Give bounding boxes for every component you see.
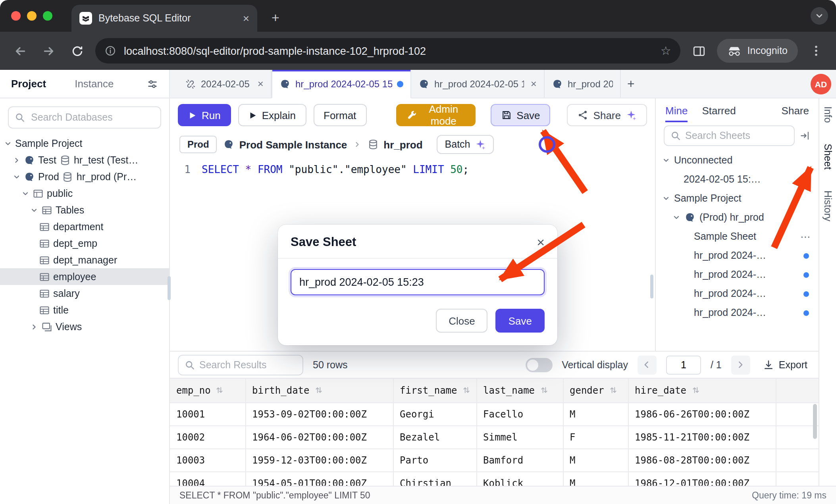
table-cell: 10002 xyxy=(170,425,245,448)
sheet-search-input[interactable] xyxy=(664,125,795,146)
column-header[interactable]: emp_no xyxy=(170,379,245,402)
collapse-panel-icon[interactable] xyxy=(799,130,811,141)
tree-item[interactable]: title xyxy=(0,302,169,318)
column-header[interactable]: first_name xyxy=(393,379,476,402)
sheet-tab-share[interactable]: Share xyxy=(782,98,809,122)
sheet-name-input[interactable] xyxy=(291,269,545,295)
side-tab-sheet[interactable]: Sheet xyxy=(822,144,833,169)
editor-tab[interactable]: hr_prod 2024-0 xyxy=(545,70,621,98)
window-zoom-button[interactable] xyxy=(43,11,52,21)
bookmark-star-icon[interactable]: ☆ xyxy=(657,44,674,58)
table-row[interactable]: 100031959-12-03T00:00:00ZPartoBamfordM19… xyxy=(170,448,819,471)
sheet-item[interactable]: Sample Project xyxy=(656,189,819,208)
side-tab-info[interactable]: Info xyxy=(822,106,833,123)
database-icon xyxy=(62,171,73,182)
dialog-close-button[interactable]: Close xyxy=(436,309,488,333)
reload-icon[interactable] xyxy=(67,40,87,61)
environment-chip[interactable]: Prod xyxy=(179,136,217,153)
row-count: 50 rows xyxy=(313,359,348,370)
explain-button[interactable]: Explain xyxy=(238,104,306,126)
instance-crumb[interactable]: Prod Sample Instance xyxy=(223,139,347,150)
sheet-item[interactable]: (Prod) hr_prod xyxy=(656,208,819,227)
app-header: ProjectInstance 2024-02-05 15:22×hr_prod… xyxy=(0,70,836,98)
sheet-item-label: hr_prod 2024-… xyxy=(694,250,766,261)
prev-page-button[interactable] xyxy=(638,355,657,374)
format-button[interactable]: Format xyxy=(313,104,366,126)
sheet-item[interactable]: Sample Sheet⋯ xyxy=(656,227,819,246)
tree-item[interactable]: Sample Project xyxy=(0,135,169,152)
sheet-item[interactable]: hr_prod 2024-… xyxy=(656,284,819,303)
side-tab-history[interactable]: History xyxy=(822,190,833,221)
admin-mode-button[interactable]: Admin mode xyxy=(396,104,475,126)
tree-item[interactable]: Tables xyxy=(0,202,169,218)
browser-tab[interactable]: Bytebase SQL Editor × xyxy=(71,5,257,32)
browser-menu-icon[interactable] xyxy=(806,40,826,61)
new-sheet-tab-button[interactable]: + xyxy=(621,77,641,91)
next-page-button[interactable] xyxy=(731,355,750,374)
left-tab-project[interactable]: Project xyxy=(11,78,46,90)
sheet-item[interactable]: hr_prod 2024-… xyxy=(656,246,819,265)
column-header[interactable]: last_name xyxy=(476,379,563,402)
more-actions-icon[interactable]: ⋯ xyxy=(800,231,811,242)
close-browser-tab-icon[interactable]: × xyxy=(243,13,249,24)
new-browser-tab-button[interactable]: + xyxy=(267,10,284,26)
tree-item[interactable]: dept_manager xyxy=(0,252,169,268)
dialog-save-button[interactable]: Save xyxy=(496,309,545,333)
page-number-input[interactable] xyxy=(666,355,701,374)
left-tab-instance[interactable]: Instance xyxy=(75,78,114,90)
editor-tab[interactable]: hr_prod 2024-02-05 15:23 xyxy=(272,70,411,98)
tree-item[interactable]: Testhr_test (Test… xyxy=(0,152,169,168)
editor-tab[interactable]: 2024-02-05 15:22× xyxy=(178,70,272,98)
address-bar[interactable]: localhost:8080/sql-editor/prod-sample-in… xyxy=(95,38,681,63)
table-row[interactable]: 100011953-09-02T00:00:00ZGeorgiFacelloM1… xyxy=(170,402,819,425)
sheet-item-label: Sample Project xyxy=(674,193,742,204)
vertical-display-toggle[interactable] xyxy=(525,358,552,372)
tree-item[interactable]: salary xyxy=(0,285,169,302)
tree-item[interactable]: dept_emp xyxy=(0,235,169,252)
column-header[interactable]: hire_date xyxy=(628,379,776,402)
editor-tab-strip: 2024-02-05 15:22×hr_prod 2024-02-05 15:2… xyxy=(170,70,836,98)
back-icon[interactable] xyxy=(10,40,30,61)
column-header[interactable]: birth_date xyxy=(245,379,393,402)
close-tab-icon[interactable]: × xyxy=(258,78,264,90)
run-button[interactable]: Run xyxy=(178,104,231,126)
database-search-input[interactable] xyxy=(8,106,161,129)
sheet-item[interactable]: hr_prod 2024-… xyxy=(656,303,819,322)
sheet-item[interactable]: 2024-02-05 15:… xyxy=(656,170,819,189)
table-row[interactable]: 100021964-06-02T00:00:00ZBezalelSimmelF1… xyxy=(170,425,819,448)
window-minimize-button[interactable] xyxy=(27,11,37,21)
editor-tab[interactable]: hr_prod 2024-02-05 15:43× xyxy=(411,70,545,98)
tree-item[interactable]: Views xyxy=(0,318,169,335)
filter-settings-icon[interactable] xyxy=(147,78,158,89)
tree-item-label: hr_test (Test… xyxy=(74,154,139,165)
sheet-item[interactable]: Unconnected xyxy=(656,151,819,170)
table-row[interactable]: 100041954-05-01T00:00:00ZChirstianKoblic… xyxy=(170,471,819,486)
results-scrollbar[interactable] xyxy=(813,404,817,439)
close-tab-icon[interactable]: × xyxy=(531,78,537,90)
avatar[interactable]: AD xyxy=(811,74,831,94)
site-info-icon[interactable] xyxy=(105,45,116,56)
tree-item[interactable]: employee xyxy=(0,268,169,285)
tree-item[interactable]: Prodhr_prod (Pr… xyxy=(0,168,169,185)
export-button[interactable]: Export xyxy=(760,359,811,370)
tree-item[interactable]: public xyxy=(0,185,169,202)
table-cell: 1986-08-28T00:00:00Z xyxy=(628,448,776,471)
window-close-button[interactable] xyxy=(11,11,21,21)
batch-button[interactable]: Batch xyxy=(437,135,494,154)
column-header[interactable]: gender xyxy=(563,379,628,402)
sidebar-resize-handle[interactable] xyxy=(168,276,171,300)
results-search-input[interactable] xyxy=(178,354,303,375)
forward-icon[interactable] xyxy=(38,40,59,61)
tree-item[interactable]: department xyxy=(0,218,169,235)
panel-resize-handle[interactable] xyxy=(650,275,653,298)
search-tabs-button[interactable] xyxy=(811,7,828,25)
unlink-icon xyxy=(185,78,196,89)
sheet-tab-mine[interactable]: Mine xyxy=(665,98,688,122)
side-panel-icon[interactable] xyxy=(689,40,709,61)
save-button[interactable]: Save xyxy=(490,104,550,126)
sheet-item[interactable]: hr_prod 2024-… xyxy=(656,265,819,284)
database-crumb[interactable]: hr_prod xyxy=(368,139,422,150)
share-button[interactable]: Share xyxy=(567,104,647,126)
sheet-tab-starred[interactable]: Starred xyxy=(702,98,736,122)
close-dialog-icon[interactable]: × xyxy=(537,235,545,249)
